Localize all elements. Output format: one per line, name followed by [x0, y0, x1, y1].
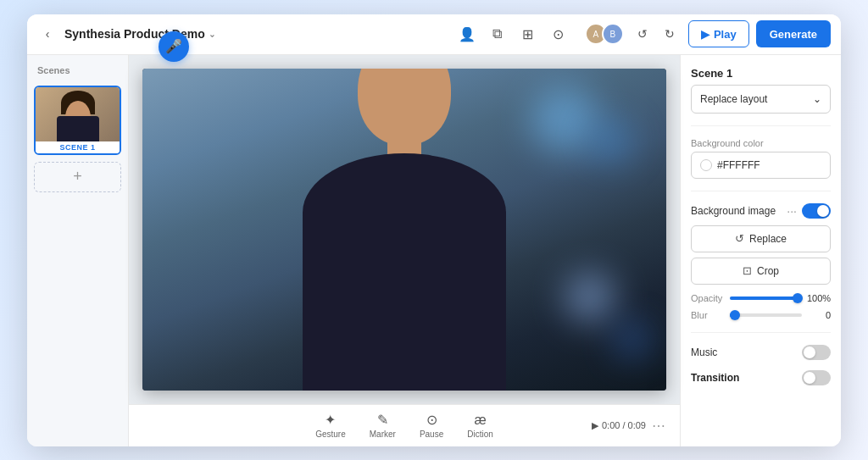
left-sidebar: Scenes SCENE 1 + [27, 55, 129, 446]
replace-icon: ↺ [735, 232, 744, 245]
replace-layout-label: Replace layout [700, 93, 767, 105]
color-swatch [700, 159, 712, 171]
blur-label: Blur [691, 310, 725, 320]
scene-title-section: Scene 1 Replace layout ⌄ [691, 67, 831, 114]
opacity-label: Opacity [691, 293, 725, 303]
opacity-thumb[interactable] [793, 293, 803, 303]
timeline-time: 0:00 / 0:09 [602, 420, 646, 430]
gesture-tool[interactable]: ✦ Gesture [315, 412, 346, 439]
timeline-play-icon: ▶ [592, 420, 598, 431]
play-button[interactable]: ▶ Play [688, 20, 749, 47]
bokeh-light-4 [615, 323, 649, 357]
video-canvas [129, 55, 680, 404]
avatar-group: A B [585, 23, 624, 45]
crop-label: Crop [757, 265, 779, 277]
gesture-label: Gesture [315, 430, 346, 439]
divider-2 [691, 191, 831, 191]
replace-layout-button[interactable]: Replace layout ⌄ [691, 85, 831, 114]
pause-icon: ⊙ [426, 412, 437, 428]
blur-slider-row: Blur 0 [691, 310, 831, 320]
background-image-label: Background image [691, 205, 776, 217]
marker-label: Marker [370, 430, 396, 439]
background-color-input[interactable]: #FFFFFF [691, 152, 831, 179]
replace-layout-chevron-icon: ⌄ [813, 93, 821, 105]
background-image-controls: ··· [787, 203, 831, 219]
blur-slider-track[interactable] [730, 313, 802, 317]
generate-button[interactable]: Generate [756, 20, 831, 47]
undo-button[interactable]: ↺ [631, 22, 654, 46]
diction-tool[interactable]: æ Diction [467, 413, 493, 439]
background-image-toggle[interactable] [802, 203, 831, 219]
play-label: Play [714, 28, 737, 41]
scene-title: Scene 1 [691, 67, 831, 80]
background-color-section: Background color #FFFFFF [691, 138, 831, 179]
timeline-play-controls[interactable]: ▶ 0:00 / 0:09 [592, 420, 646, 431]
right-panel: Scene 1 Replace layout ⌄ Background colo… [680, 55, 841, 446]
image-sliders: Opacity 100% Blur 0 [691, 293, 831, 320]
pause-label: Pause [420, 430, 443, 439]
scenes-label: Scenes [34, 65, 121, 75]
video-frame [142, 69, 666, 391]
app-window: 🎤 ‹ Synthesia Product Demo ⌄ 👤 ⧉ ⊞ ⊙ A B… [27, 14, 841, 446]
presenter-figure [286, 69, 523, 391]
transition-row: Transition [691, 370, 831, 385]
blur-thumb[interactable] [730, 310, 740, 320]
scene-1-item[interactable]: SCENE 1 [34, 86, 121, 155]
pause-tool[interactable]: ⊙ Pause [420, 412, 443, 439]
copy-icon[interactable]: ⧉ [488, 25, 507, 43]
record-icon[interactable]: ⊙ [549, 25, 568, 43]
replace-label: Replace [749, 233, 787, 245]
image-action-buttons: ↺ Replace ⊡ Crop [691, 225, 831, 285]
divider-1 [691, 125, 831, 126]
background-image-row: Background image ··· [691, 203, 831, 219]
diction-icon: æ [474, 413, 486, 428]
opacity-slider-row: Opacity 100% [691, 293, 831, 303]
diction-label: Diction [467, 430, 493, 439]
replace-image-button[interactable]: ↺ Replace [691, 225, 831, 252]
crop-icon: ⊡ [743, 264, 752, 277]
main-content: Scenes SCENE 1 + [27, 55, 841, 446]
avatar-icon[interactable]: 👤 [458, 25, 476, 43]
opacity-fill [730, 297, 802, 300]
scene-1-thumbnail [36, 87, 120, 141]
background-image-section: Background image ··· ↺ Replace ⊡ [691, 203, 831, 320]
bokeh-light-2 [590, 119, 632, 162]
timeline-more-button[interactable]: ⋯ [651, 418, 666, 433]
scene-1-label: SCENE 1 [36, 141, 120, 153]
music-toggle-thumb [804, 346, 815, 358]
video-background [142, 69, 666, 391]
opacity-slider-track[interactable] [730, 297, 802, 300]
music-toggle[interactable] [802, 345, 831, 360]
toggle-thumb [817, 205, 829, 217]
add-scene-button[interactable]: + [34, 162, 121, 192]
undo-redo-group: ↺ ↻ [631, 22, 682, 46]
bokeh-light-1 [531, 86, 598, 153]
color-value: #FFFFFF [717, 159, 760, 171]
back-button[interactable]: ‹ [37, 24, 58, 44]
redo-button[interactable]: ↻ [658, 22, 682, 46]
music-row: Music [691, 345, 831, 360]
transition-label: Transition [691, 372, 739, 384]
project-title[interactable]: Synthesia Product Demo ⌄ [64, 27, 215, 41]
opacity-value: 100% [807, 293, 831, 303]
crop-image-button[interactable]: ⊡ Crop [691, 258, 831, 285]
blur-value: 0 [807, 310, 831, 320]
bottom-toolbar: ✦ Gesture ✎ Marker ⊙ Pause æ Diction [129, 404, 680, 446]
top-bar-right: A B ↺ ↻ ▶ Play Generate [585, 20, 831, 47]
transition-toggle[interactable] [802, 370, 831, 385]
canvas-area: ✦ Gesture ✎ Marker ⊙ Pause æ Diction [129, 55, 680, 446]
play-icon: ▶ [701, 28, 709, 41]
top-bar: ‹ Synthesia Product Demo ⌄ 👤 ⧉ ⊞ ⊙ A B ↺… [27, 14, 841, 55]
gesture-icon: ✦ [325, 412, 336, 428]
avatar-user2: B [602, 23, 624, 45]
toolbar-icons: 👤 ⧉ ⊞ ⊙ [458, 25, 568, 43]
grid-icon[interactable]: ⊞ [519, 25, 537, 43]
divider-3 [691, 332, 831, 333]
bokeh-light-3 [565, 272, 615, 323]
mic-button[interactable]: 🎤 [159, 31, 189, 62]
timeline-info: ▶ 0:00 / 0:09 ⋯ [592, 418, 666, 433]
person-body [303, 153, 506, 391]
chevron-down-icon: ⌄ [209, 30, 215, 39]
more-options-icon[interactable]: ··· [787, 204, 797, 218]
marker-tool[interactable]: ✎ Marker [370, 412, 396, 439]
